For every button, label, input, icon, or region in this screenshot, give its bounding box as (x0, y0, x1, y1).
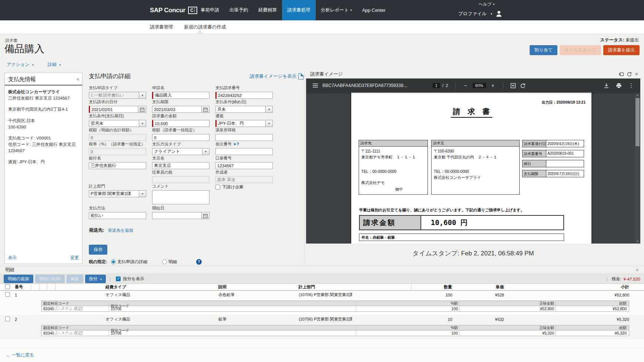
chevron-down-icon: ▾ (139, 92, 146, 98)
add-ship-to-link[interactable]: 発送先を追加 (108, 228, 133, 232)
menu-icon[interactable] (312, 83, 318, 88)
scrollbar-thumb[interactable] (635, 98, 640, 146)
rotate-icon[interactable] (520, 83, 526, 88)
view-invoice-image-link[interactable]: 請求書イメージを表示 (250, 73, 303, 80)
calendar-icon[interactable] (202, 212, 209, 219)
vendor-postal: 100-6390 (8, 124, 79, 130)
timestamp-line: タイムスタンプ: Feb 2, 2021, 06:58:49 PM (306, 249, 640, 258)
start-date-input[interactable] (152, 212, 202, 219)
invoice-doc-title: 請 求 書 (451, 107, 492, 118)
collapse-section-icon[interactable]: » (635, 269, 640, 271)
zoom-out-icon[interactable]: − (463, 83, 469, 88)
payment-due-date-input[interactable] (152, 106, 202, 113)
status-badge: 未提出 (625, 37, 639, 43)
show-allocation-checkbox[interactable] (116, 276, 121, 281)
help-icon[interactable]: ? (196, 259, 202, 265)
col-quantity: 数量 (412, 284, 452, 290)
subnav-create-new-invoice[interactable]: 新規の請求書の作成 (184, 24, 226, 30)
payment-method-input[interactable] (89, 212, 146, 219)
submit-invoice-button[interactable]: 請求書を提出 (603, 45, 640, 55)
calendar-icon[interactable] (202, 106, 209, 113)
help-menu[interactable]: ヘルプ▾ (479, 1, 494, 7)
add-line-item-button[interactable]: 明細の追加 (4, 275, 33, 283)
invoice-amount-input[interactable] (152, 120, 209, 127)
row-checkbox[interactable] (5, 292, 10, 297)
tax-designation-label: 税の指定: (89, 259, 107, 265)
actions-menu[interactable]: アクション ▾ (7, 61, 34, 68)
help-icon[interactable]: ➤? (233, 142, 239, 147)
department-select[interactable]: P営業部 関東営業2課▾ (89, 190, 146, 197)
bank-name-input[interactable] (89, 162, 146, 169)
payment-method-type-select[interactable]: クライアント▾ (152, 148, 209, 155)
page-title: 備品購入 (4, 42, 44, 56)
more-options-icon[interactable]: ⋮ (628, 82, 634, 89)
scroll-down-icon[interactable]: ▼ (635, 239, 640, 244)
download-icon[interactable] (604, 83, 609, 88)
current-page-input[interactable]: 1 (433, 83, 440, 88)
currency-select[interactable]: JPY-日本、円▾ (215, 120, 273, 127)
subcontractor-checkbox[interactable] (215, 185, 220, 190)
refresh-icon[interactable] (627, 72, 632, 77)
profile-menu[interactable]: プロファイル▾ (458, 10, 503, 18)
tax-line-total-input (89, 134, 146, 141)
scroll-up-icon[interactable]: ▲ (635, 93, 640, 97)
tax-option-header-radio[interactable] (111, 259, 116, 264)
close-icon[interactable]: × (635, 71, 638, 77)
tab-travel-booking[interactable]: 出張予約 (224, 0, 253, 20)
col-unit-price: 単価 (452, 284, 504, 290)
terms-payment-day-select[interactable]: 翌月末▾ (89, 120, 146, 127)
subnav-invoice-management[interactable]: 請求書管理 (150, 24, 173, 30)
row-checkbox[interactable] (5, 316, 10, 321)
zoom-level: 90% (473, 83, 486, 88)
vendor-change-link[interactable]: 変更 (70, 255, 79, 261)
withholding-tax-input[interactable] (215, 134, 273, 141)
timestamp-button[interactable]: タイムスタンプ (560, 45, 601, 55)
table-row[interactable]: 1 オフィス備品 赤色鉛筆 (10706) P営業部 関東営業2課 100 ¥5… (0, 291, 644, 299)
tab-invoice-processing[interactable]: 請求書処理 (282, 0, 316, 20)
comment-textarea[interactable] (152, 190, 209, 204)
request-date-input[interactable] (89, 106, 138, 113)
delete-line-item-button[interactable]: 明細の削除 (35, 275, 65, 283)
tab-app-center[interactable]: App Center (357, 0, 390, 20)
request-name-input[interactable] (152, 92, 209, 99)
bill-to-box: 請求先 〒111-1111 東京都デモ市本町 １－１－１ TEL：00-0000… (359, 140, 428, 195)
invoice-subject: 件名：赤鉛筆・鉛筆 (359, 234, 564, 241)
allocation-subtable: 勘定科目コード %額 正味金額 総額 83340[システム 既定] 按分コード1… (41, 301, 629, 312)
detach-panel-icon[interactable] (619, 72, 624, 77)
back-to-list-link[interactable]: ← 一覧に戻る (6, 352, 34, 358)
collapse-panel-icon[interactable]: « (77, 76, 79, 82)
line-items-section: 明細 » 明細の追加 明細の削除 編集 按分 ▾ | 按分を表示 | 残金: ¥… (0, 266, 644, 362)
tab-analytics-report[interactable]: 分析レポート▾ (316, 0, 357, 20)
fit-to-page-icon[interactable] (510, 83, 516, 88)
terms-closing-day-select[interactable]: 月末▾ (215, 106, 273, 113)
select-all-checkbox[interactable] (5, 284, 10, 289)
avatar-icon[interactable] (495, 10, 503, 18)
vendor-address2: 千代田区,日本 (8, 118, 79, 124)
allocate-button[interactable]: 按分 ▾ (85, 275, 106, 283)
tax-rate-input (89, 148, 146, 155)
col-no: 番号 (13, 284, 31, 290)
po-number-input[interactable] (215, 148, 273, 155)
vendor-show-link[interactable]: 表示 (8, 255, 17, 261)
pdf-scrollbar[interactable]: ▲ ▼ (635, 93, 640, 244)
account-number-input[interactable] (215, 162, 273, 169)
branch-name-input[interactable] (152, 162, 209, 169)
tab-pre-request[interactable]: 事前申請 (195, 0, 224, 20)
calendar-icon[interactable] (138, 106, 146, 113)
payment-request-number-input[interactable] (215, 92, 273, 99)
tab-expense[interactable]: 経費精算 (253, 0, 282, 20)
print-icon[interactable] (616, 83, 622, 88)
payment-request-type-select[interactable]: 1.一般請求書払い▾ (89, 92, 146, 99)
sap-concur-logo[interactable]: SAP Concur C (150, 0, 197, 20)
details-menu[interactable]: 詳細 ▾ (48, 61, 61, 68)
tax-option-lines-radio[interactable] (162, 259, 167, 264)
zoom-in-icon[interactable]: + (490, 83, 496, 88)
invoice-output-date: 出力日：2020/06/19 13:21 (542, 100, 586, 105)
tax-invoice-input[interactable] (152, 134, 209, 141)
invoice-amount-box: 請求金額 10,600 円 (359, 215, 564, 230)
save-button[interactable]: 保存 (89, 245, 107, 255)
edit-line-item-button[interactable]: 編集 (67, 275, 83, 283)
assign-button[interactable]: 割り当て (530, 45, 557, 55)
table-row[interactable]: 2 オフィス備品 鉛筆 (10706) P営業部 関東営業2課 10 ¥532 … (0, 315, 644, 323)
allocation-subtable: 勘定科目コード %額 正味金額 総額 83340[システム 既定] 按分コード1… (41, 325, 629, 336)
